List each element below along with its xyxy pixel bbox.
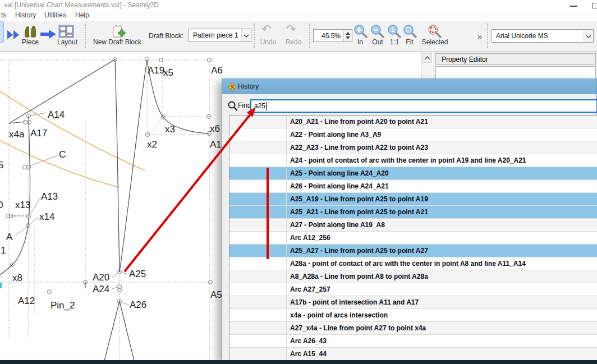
zoom-fit-button[interactable]: Fit bbox=[401, 38, 419, 46]
history-row-text: x4a - point of arcs intersection bbox=[287, 309, 597, 321]
layout-button[interactable]: Layout bbox=[55, 38, 80, 46]
history-row[interactable]: x4a - point of arcs intersection bbox=[229, 309, 597, 322]
history-row[interactable]: Arc A27_257 bbox=[229, 283, 597, 296]
history-row[interactable]: A26 - Point along line A24_A21 bbox=[229, 180, 597, 193]
history-row-text: A28a - point of contact of arc with the … bbox=[287, 257, 597, 270]
zoom-in-icon[interactable] bbox=[353, 24, 368, 38]
canvas-label: 1 bbox=[1, 245, 6, 256]
history-row[interactable]: Arc A12_256 bbox=[229, 232, 597, 245]
draft-block-combobox[interactable]: Pattern piece 1 bbox=[189, 29, 251, 42]
history-row[interactable]: A24 - point of contact of arc with the c… bbox=[229, 154, 597, 167]
undo-button[interactable]: Undo bbox=[257, 38, 279, 46]
canvas-labels: A19x5A6A14x4aA17Cx3x6x2A1A13x13x14A501x8… bbox=[0, 65, 223, 311]
search-icon bbox=[227, 100, 238, 112]
canvas-label: x2 bbox=[147, 139, 157, 150]
label-connectors bbox=[16, 113, 129, 305]
piece-tool-icon[interactable] bbox=[24, 25, 38, 38]
menu-item-utilities[interactable]: Utilities bbox=[44, 11, 66, 19]
canvas-label: A19 bbox=[148, 65, 164, 76]
draft-block-label: Draft Block: bbox=[149, 32, 183, 40]
redo-icon[interactable]: ↷ bbox=[286, 22, 296, 36]
spin-down-icon[interactable] bbox=[346, 36, 350, 39]
history-row-gutter bbox=[229, 154, 287, 167]
layout-tool-icon[interactable] bbox=[58, 25, 74, 38]
history-row-text: A26 - Point along line A24_A21 bbox=[287, 180, 597, 192]
redo-button[interactable]: Redo bbox=[282, 38, 305, 46]
font-value: Arial Unicode MS bbox=[496, 32, 548, 40]
clipped-toolbar-button[interactable] bbox=[0, 21, 4, 43]
history-row[interactable]: A22 - Point along line A3_A9 bbox=[229, 128, 597, 141]
history-dialog: S History Find: a25 A20_A21 - Line from … bbox=[222, 79, 597, 361]
history-row[interactable]: A8_A28a - Line from point A8 to point A2… bbox=[229, 270, 597, 283]
window-title: .val [Universal Chart Measurements.vst] … bbox=[2, 1, 159, 9]
canvas-label: A25 bbox=[129, 269, 146, 279]
spin-up-icon[interactable] bbox=[346, 32, 350, 35]
history-row-gutter bbox=[229, 193, 287, 205]
history-dialog-titlebar[interactable]: S History bbox=[222, 79, 596, 94]
toolbar-separator bbox=[254, 24, 255, 48]
history-row[interactable]: Arc A26_43 bbox=[229, 335, 597, 348]
zoom-fit-icon[interactable] bbox=[403, 24, 417, 38]
history-row-gutter bbox=[229, 167, 287, 179]
scroll-up-button[interactable] bbox=[423, 53, 432, 63]
history-row[interactable]: A20_A21 - Line from point A20 to point A… bbox=[229, 116, 597, 128]
zoom-selected-button[interactable]: Selected bbox=[420, 38, 450, 46]
maximize-icon bbox=[592, 3, 597, 8]
canvas-label: x5 bbox=[163, 67, 173, 78]
minimize-button[interactable] bbox=[566, 1, 582, 10]
history-row-text: A27 - Point along line A19_A8 bbox=[287, 219, 597, 231]
zoom-in-button[interactable]: In bbox=[352, 38, 368, 46]
canvas-label: 5 bbox=[0, 160, 3, 171]
history-row-text: A25_A19 - Line from point A25 to point A… bbox=[287, 193, 597, 205]
history-row[interactable]: A28a - point of contact of arc with the … bbox=[229, 257, 597, 270]
history-row[interactable]: A17b - point of intersection A11 and A17 bbox=[229, 296, 597, 309]
history-row-gutter bbox=[229, 206, 287, 218]
zoom-percent-spinner[interactable]: 45.5% bbox=[313, 29, 352, 42]
chevron-up-icon bbox=[424, 56, 430, 60]
find-input[interactable]: a25 bbox=[250, 99, 597, 113]
maximize-button[interactable] bbox=[590, 1, 597, 10]
history-row-text: A17b - point of intersection A11 and A17 bbox=[287, 296, 597, 308]
canvas-label: A bbox=[6, 232, 13, 242]
history-row-text: A22 - Point along line A3_A9 bbox=[287, 128, 597, 141]
history-row-text: A25 - Point along line A24_A20 bbox=[287, 167, 597, 179]
history-row-gutter bbox=[229, 128, 287, 141]
draft-block-value: Pattern piece 1 bbox=[193, 31, 238, 39]
history-row[interactable]: A22_A23 - Line from point A22 to point A… bbox=[229, 141, 597, 154]
history-row[interactable]: A27 - Point along line A19_A8 bbox=[229, 219, 597, 232]
construction-lines bbox=[0, 60, 210, 361]
piece-button[interactable]: Piece bbox=[18, 38, 43, 46]
font-combobox[interactable]: Arial Unicode MS bbox=[492, 29, 594, 43]
menu-item-history[interactable]: History bbox=[15, 11, 36, 19]
history-row-gutter bbox=[229, 245, 287, 257]
canvas-label: A20 bbox=[93, 272, 109, 283]
new-draft-block-icon[interactable] bbox=[109, 24, 127, 38]
new-draft-block-button[interactable]: New Draft Block bbox=[89, 38, 146, 46]
find-input-value: a25 bbox=[254, 102, 265, 110]
zoom-out-icon[interactable] bbox=[370, 24, 385, 38]
undo-icon[interactable]: ↶ bbox=[261, 22, 272, 36]
history-row[interactable]: A25_A19 - Line from point A25 to point A… bbox=[229, 193, 597, 206]
history-row[interactable]: Arc A15_44 bbox=[229, 348, 597, 361]
window-titlebar: .val [Universal Chart Measurements.vst] … bbox=[0, 0, 597, 10]
canvas-label: A6 bbox=[211, 65, 223, 76]
zoom-selected-icon[interactable] bbox=[428, 24, 442, 38]
menu-item-ts[interactable]: ts bbox=[1, 11, 6, 19]
toolbar-overflow-button[interactable]: » bbox=[477, 31, 482, 41]
zoom-out-button[interactable]: Out bbox=[368, 38, 387, 46]
history-row[interactable]: A25 - Point along line A24_A20 bbox=[229, 167, 597, 180]
seamly-logo-icon: S bbox=[228, 82, 237, 92]
history-row[interactable]: A25_A27 - Line from point A25 to point A… bbox=[229, 245, 597, 257]
history-row[interactable]: A25_A21 - Line from point A25 to point A… bbox=[229, 206, 597, 219]
history-row[interactable]: A27_x4a - Line from point A27 to point x… bbox=[229, 322, 597, 335]
spinner-arrows[interactable] bbox=[343, 30, 352, 42]
canvas-label: Pin_2 bbox=[50, 300, 75, 311]
history-row-text: A20_A21 - Line from point A20 to point A… bbox=[287, 116, 597, 128]
zoom-1to1-icon[interactable]: 1 bbox=[387, 24, 402, 38]
menu-item-help[interactable]: Help bbox=[75, 11, 89, 19]
history-row-text: Arc A26_43 bbox=[287, 335, 597, 347]
history-row-gutter bbox=[229, 257, 287, 270]
history-row-gutter bbox=[229, 309, 287, 321]
bottom-dark-bar bbox=[0, 360, 597, 364]
zoom-percent-value: 45.5% bbox=[322, 32, 341, 40]
